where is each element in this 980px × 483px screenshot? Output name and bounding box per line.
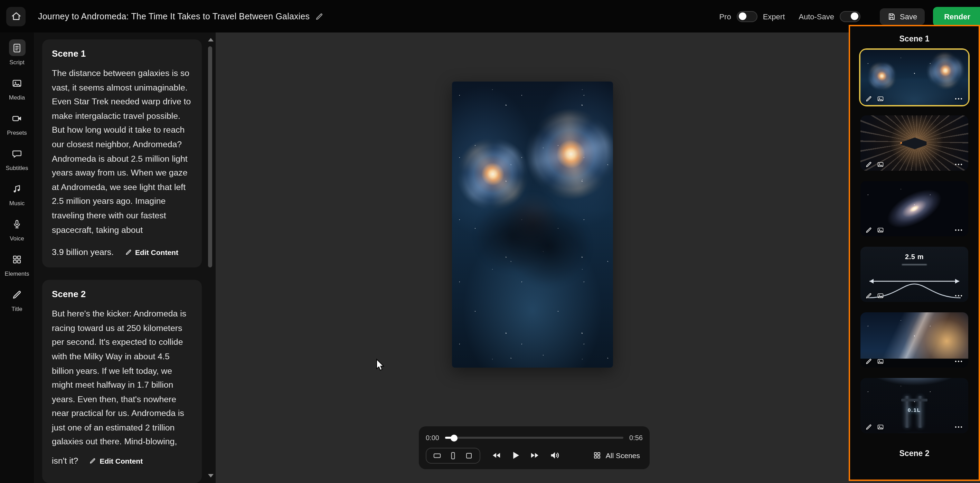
scene-card-1: Scene 1 The distance between galaxies is… <box>42 40 202 267</box>
sidebar-item-media[interactable]: Media <box>0 75 34 101</box>
scene-media-icon[interactable] <box>877 161 884 168</box>
progress-knob[interactable] <box>451 434 458 441</box>
video-preview[interactable] <box>452 81 613 368</box>
scene-options-icon[interactable] <box>954 358 963 365</box>
sidebar-item-music[interactable]: Music <box>0 180 34 207</box>
scene-media-icon[interactable] <box>877 424 884 431</box>
scrollbar-thumb[interactable] <box>208 46 212 267</box>
sidebar-item-elements[interactable]: Elements <box>0 251 34 277</box>
scene-thumbnail-spiral-galaxy[interactable] <box>859 180 970 238</box>
aspect-landscape-button[interactable] <box>433 451 442 460</box>
thumbnail-image <box>861 115 968 171</box>
scene-edit-icon[interactable] <box>865 227 872 234</box>
sidebar-item-script[interactable]: Script <box>0 40 34 66</box>
all-scenes-button[interactable]: All Scenes <box>590 449 643 462</box>
thumbnail-image <box>861 50 968 105</box>
script-scrollbar[interactable] <box>207 37 213 479</box>
pro-expert-toggle[interactable] <box>737 11 757 22</box>
gate-label: 0.1L <box>861 407 968 413</box>
aspect-portrait-button[interactable] <box>449 451 458 460</box>
progress-bar[interactable] <box>445 434 623 441</box>
home-button[interactable] <box>6 6 25 26</box>
thumbnail-tools <box>865 161 963 168</box>
player-controls: 0:00 0:56 <box>419 426 650 469</box>
render-button[interactable]: Render <box>933 6 980 26</box>
aspect-landscape-icon <box>433 451 442 460</box>
scene-options-icon[interactable] <box>954 227 963 234</box>
scene-thumbnail-space-gate[interactable]: 0.1L <box>859 377 970 435</box>
presets-icon <box>9 110 25 126</box>
thumbnail-tools <box>865 292 963 299</box>
scene-thumbnail-milky-way[interactable] <box>859 311 970 369</box>
edit-content-label: Edit Content <box>135 248 178 256</box>
sidebar-item-voice[interactable]: Voice <box>0 216 34 242</box>
scene-thumbnail-two-galaxies[interactable] <box>859 48 970 106</box>
aspect-ratio-group <box>426 447 480 463</box>
scene-options-icon[interactable] <box>954 424 963 431</box>
save-button[interactable]: Save <box>880 8 925 24</box>
scroll-down-icon[interactable] <box>208 474 213 477</box>
scene-edit-icon[interactable] <box>865 161 872 168</box>
edit-content-button[interactable]: Edit Content <box>88 455 144 466</box>
scene-edit-icon[interactable] <box>865 292 872 299</box>
thumbnail-image <box>861 312 968 368</box>
scene-options-icon[interactable] <box>954 95 963 102</box>
scene-card-2: Scene 2 But here's the kicker: Andromeda… <box>42 280 202 483</box>
scene-media-icon[interactable] <box>877 358 884 365</box>
transport-controls <box>492 450 540 461</box>
spaceship <box>900 138 926 149</box>
home-icon <box>11 11 21 21</box>
thumbnail-image: 0.1L <box>861 378 968 433</box>
aspect-square-button[interactable] <box>465 451 473 460</box>
sidebar-item-presets[interactable]: Presets <box>0 110 34 136</box>
scene-script-tail: isn't it? <box>52 456 78 466</box>
save-button-label: Save <box>900 12 917 21</box>
sidebar-item-title[interactable]: Title <box>0 286 34 312</box>
gate-crossbar <box>902 399 928 402</box>
scene-options-icon[interactable] <box>954 292 963 299</box>
script-panel: Scene 1 The distance between galaxies is… <box>34 32 216 483</box>
sidebar-item-label: Voice <box>10 235 24 242</box>
fast-forward-icon <box>530 451 540 460</box>
edit-content-button[interactable]: Edit Content <box>123 247 180 258</box>
current-time: 0:00 <box>426 434 439 441</box>
rewind-icon <box>492 451 501 460</box>
sidebar-item-label: Title <box>11 305 22 312</box>
scene-edit-icon[interactable] <box>865 424 872 431</box>
scene-media-icon[interactable] <box>877 227 884 234</box>
scene-edit-icon[interactable] <box>865 358 872 365</box>
fast-forward-button[interactable] <box>530 451 540 460</box>
scene-options-icon[interactable] <box>954 161 963 168</box>
top-bar: Journey to Andromeda: The Time It Takes … <box>0 0 980 32</box>
script-icon <box>9 40 25 56</box>
scene-thumbnail-spaceship-warp[interactable] <box>859 114 970 172</box>
scene-thumbnail-distance-diagram[interactable]: 2.5 m <box>859 245 970 303</box>
progress-row: 0:00 0:56 <box>426 430 643 445</box>
app-window: Journey to Andromeda: The Time It Takes … <box>0 0 980 483</box>
sidebar-item-label: Media <box>9 94 25 101</box>
scene-card-footer: isn't it? Edit Content <box>52 455 192 473</box>
play-button[interactable] <box>510 450 521 461</box>
voice-icon <box>9 216 25 232</box>
scene-card-footer: 3.9 billion years. Edit Content <box>52 247 192 258</box>
nebula-clouds <box>465 191 600 293</box>
thumbnail-tools <box>865 95 963 102</box>
title-edit-icon[interactable] <box>315 12 323 21</box>
scene-group-label: Scene 2 <box>899 449 929 458</box>
scene-media-icon[interactable] <box>877 95 884 102</box>
sidebar-item-subtitles[interactable]: Subtitles <box>0 145 34 172</box>
autosave-toggle[interactable] <box>840 11 861 22</box>
edit-pencil-icon <box>89 458 96 464</box>
expert-label: Expert <box>763 12 785 21</box>
sidebar-item-label: Music <box>10 200 24 207</box>
scene-media-icon[interactable] <box>877 292 884 299</box>
scene-script-tail: 3.9 billion years. <box>52 247 114 257</box>
controls-row: All Scenes <box>426 446 643 465</box>
scene-edit-icon[interactable] <box>865 95 872 102</box>
rewind-button[interactable] <box>492 451 501 460</box>
volume-button[interactable] <box>549 450 560 461</box>
scroll-up-icon[interactable] <box>208 38 213 41</box>
edit-pencil-icon <box>125 249 132 256</box>
grid-icon <box>593 451 601 459</box>
thumbnail-image: 2.5 m <box>861 247 968 302</box>
